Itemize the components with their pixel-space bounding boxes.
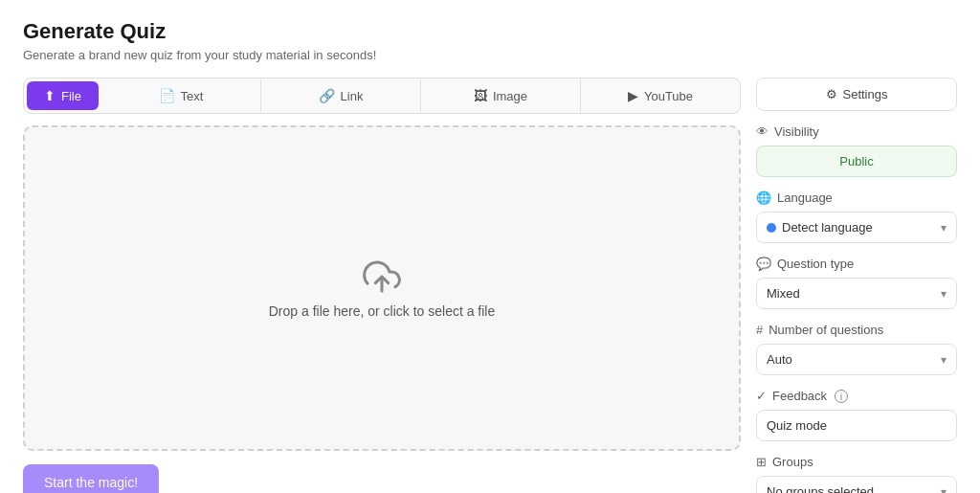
groups-label: Groups: [772, 455, 813, 469]
groups-icon: ⊞: [756, 455, 767, 469]
visibility-icon: 👁: [756, 124, 768, 139]
image-icon: 🖼: [474, 88, 487, 103]
num-questions-label: Number of questions: [768, 323, 883, 337]
file-drop-zone[interactable]: Drop a file here, or click to select a f…: [23, 125, 741, 451]
file-upload-icon: ⬆: [44, 88, 56, 103]
settings-button-label: Settings: [843, 87, 888, 101]
tab-text[interactable]: 📄 Text: [101, 79, 261, 112]
message-icon: 💬: [756, 257, 771, 271]
tab-image-label: Image: [493, 89, 527, 103]
num-questions-select[interactable]: Auto ▾: [756, 344, 957, 375]
left-panel: ⬆ File 📄 Text 🔗 Link 🖼 Image ▶ YouTube: [23, 78, 741, 493]
question-type-value: Mixed: [767, 286, 800, 301]
visibility-value[interactable]: Public: [756, 146, 957, 177]
upload-icon-wrap: Drop a file here, or click to select a f…: [269, 258, 496, 319]
tab-youtube[interactable]: ▶ YouTube: [581, 79, 740, 112]
tab-link[interactable]: 🔗 Link: [261, 79, 421, 112]
groups-value: No groups selected: [767, 484, 874, 493]
tab-image[interactable]: 🖼 Image: [421, 79, 581, 112]
tab-link-label: Link: [341, 89, 364, 103]
visibility-label: Visibility: [774, 124, 819, 139]
language-value: Detect language: [782, 220, 873, 235]
num-questions-value: Auto: [767, 352, 792, 367]
language-chevron-icon: ▾: [941, 221, 947, 235]
language-label: Language: [777, 190, 833, 205]
page-title: Generate Quiz: [23, 19, 957, 44]
upload-icon: [363, 258, 401, 296]
language-dot: [767, 223, 776, 233]
tab-youtube-label: YouTube: [644, 89, 693, 103]
feedback-section-label: ✓ Feedback i: [756, 389, 957, 403]
question-type-select[interactable]: Mixed ▾: [756, 278, 957, 309]
right-panel: ⚙ Settings 👁 Visibility Public 🌐 Languag…: [756, 78, 957, 493]
tab-text-label: Text: [181, 89, 204, 103]
start-magic-button[interactable]: Start the magic!: [23, 464, 159, 493]
feedback-info-icon: i: [835, 390, 848, 403]
youtube-icon: ▶: [628, 88, 638, 103]
main-layout: ⬆ File 📄 Text 🔗 Link 🖼 Image ▶ YouTube: [23, 78, 957, 493]
gear-icon: ⚙: [826, 87, 837, 101]
tab-file[interactable]: ⬆ File: [27, 81, 99, 110]
link-icon: 🔗: [319, 88, 335, 103]
tabs-bar: ⬆ File 📄 Text 🔗 Link 🖼 Image ▶ YouTube: [23, 78, 741, 114]
settings-button[interactable]: ⚙ Settings: [756, 78, 957, 111]
groups-section-label: ⊞ Groups: [756, 455, 957, 469]
globe-icon: 🌐: [756, 190, 771, 205]
question-type-section-label: 💬 Question type: [756, 257, 957, 271]
groups-chevron-icon: ▾: [941, 485, 947, 494]
drop-zone-text: Drop a file here, or click to select a f…: [269, 303, 496, 319]
feedback-value: Quiz mode: [756, 410, 957, 441]
visibility-section-label: 👁 Visibility: [756, 124, 957, 139]
question-type-chevron-icon: ▾: [941, 287, 947, 301]
hash-icon: #: [756, 323, 763, 337]
feedback-label: Feedback: [772, 389, 827, 403]
num-questions-chevron-icon: ▾: [941, 353, 947, 367]
tab-file-label: File: [61, 89, 81, 103]
page-subtitle: Generate a brand new quiz from your stud…: [23, 48, 957, 62]
num-questions-section-label: # Number of questions: [756, 323, 957, 337]
language-select[interactable]: Detect language ▾: [756, 212, 957, 243]
question-type-label: Question type: [777, 257, 854, 271]
groups-select[interactable]: No groups selected ▾: [756, 476, 957, 493]
language-section-label: 🌐 Language: [756, 190, 957, 205]
text-icon: 📄: [159, 88, 175, 103]
checkmark-icon: ✓: [756, 389, 767, 403]
